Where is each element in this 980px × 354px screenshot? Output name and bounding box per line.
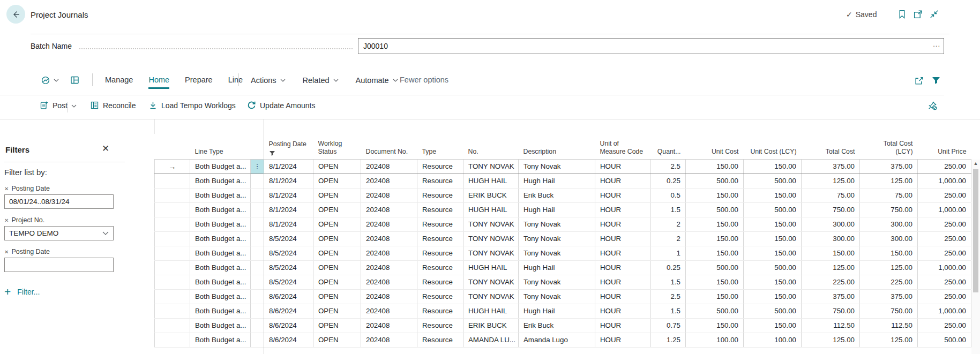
cell-document_no[interactable]: 202408 [361,318,417,333]
cell-total_cost[interactable]: 300.00 [802,217,860,231]
cell-total_cost_lcy[interactable]: 125.00 [860,260,918,275]
cell-no[interactable]: TONY NOVAK [463,246,519,260]
cell-type[interactable]: Resource [417,304,463,318]
reconcile-button[interactable]: Reconcile [90,101,136,110]
cell-unit_price[interactable]: 250.00 [918,275,971,289]
cell-type[interactable]: Resource [417,260,463,275]
cell-unit_price[interactable]: 1,000.00 [918,174,971,188]
cell-quantity[interactable]: 1.5 [651,202,686,217]
filter-input-posting-date[interactable] [4,194,114,209]
cell-uom[interactable]: HOUR [595,260,651,275]
cell-line_type[interactable]: Both Budget a... [190,159,251,174]
cell-document_no[interactable]: 202408 [361,217,417,231]
cell-uom[interactable]: HOUR [595,217,651,231]
row-menu-cell[interactable] [251,174,264,188]
cell-unit_cost_lcy[interactable]: 150.00 [744,231,802,246]
cell-line_type[interactable]: Both Budget a... [190,275,251,289]
cell-unit_cost_lcy[interactable]: 150.00 [744,246,802,260]
cell-total_cost_lcy[interactable]: 225.00 [860,275,918,289]
cell-no[interactable]: TONY NOVAK [463,231,519,246]
row-menu-cell[interactable] [251,188,264,202]
cell-unit_price[interactable]: 250.00 [918,289,971,304]
cell-worklog_status[interactable]: OPEN [313,246,361,260]
cell-document_no[interactable]: 202408 [361,188,417,202]
cell-unit_price[interactable]: 250.00 [918,318,971,333]
cell-worklog_status[interactable]: OPEN [313,275,361,289]
cell-description[interactable]: Hugh Hail [519,174,595,188]
tab-manage[interactable]: Manage [105,72,133,89]
cell-total_cost_lcy[interactable]: 150.00 [860,246,918,260]
cell-line_type[interactable]: Both Budget a... [190,289,251,304]
cell-worklog_status[interactable]: OPEN [313,202,361,217]
cell-description[interactable]: Amanda Lugo [519,333,595,347]
cell-description[interactable]: Tony Novak [519,289,595,304]
cell-total_cost[interactable]: 125.00 [802,260,860,275]
cell-document_no[interactable]: 202408 [361,246,417,260]
cell-uom[interactable]: HOUR [595,275,651,289]
cell-unit_price[interactable]: 1,000.00 [918,202,971,217]
cell-no[interactable]: AMANDA LU... [463,333,519,347]
cell-unit_cost_lcy[interactable]: 150.00 [744,159,802,174]
cell-quantity[interactable]: 0.25 [651,174,686,188]
cell-posting_date[interactable]: 8/1/2024 [264,159,313,174]
cell-type[interactable]: Resource [417,217,463,231]
cell-type[interactable]: Resource [417,174,463,188]
cell-worklog_status[interactable]: OPEN [313,217,361,231]
cell-unit_cost_lcy[interactable]: 150.00 [744,318,802,333]
row-selector-cell[interactable] [155,188,190,202]
collapse-icon[interactable] [929,9,939,19]
row-menu-icon[interactable]: ⋮ [251,159,264,174]
cell-no[interactable]: TONY NOVAK [463,289,519,304]
cell-total_cost[interactable]: 750.00 [802,304,860,318]
cell-description[interactable]: Hugh Hail [519,304,595,318]
cell-unit_cost[interactable]: 500.00 [686,304,744,318]
cell-description[interactable]: Hugh Hail [519,202,595,217]
cell-posting_date[interactable]: 8/1/2024 [264,202,313,217]
cell-description[interactable]: Tony Novak [519,159,595,174]
cell-line_type[interactable]: Both Budget a... [190,246,251,260]
unpin-icon[interactable] [927,101,937,110]
row-menu-cell[interactable] [251,231,264,246]
cell-unit_cost[interactable]: 150.00 [686,159,744,174]
cell-no[interactable]: TONY NOVAK [463,275,519,289]
batch-lookup-button[interactable]: ... [933,40,940,48]
cell-total_cost_lcy[interactable]: 125.00 [860,174,918,188]
cell-unit_price[interactable]: 500.00 [918,333,971,347]
cell-document_no[interactable]: 202408 [361,202,417,217]
cell-description[interactable]: Hugh Hail [519,260,595,275]
cell-posting_date[interactable]: 8/5/2024 [264,260,313,275]
cell-no[interactable]: ERIK BUCK [463,318,519,333]
cell-line_type[interactable]: Both Budget a... [190,333,251,347]
cell-uom[interactable]: HOUR [595,174,651,188]
cell-quantity[interactable]: 0.25 [651,260,686,275]
cell-line_type[interactable]: Both Budget a... [190,260,251,275]
cell-description[interactable]: Erik Buck [519,318,595,333]
tab-prepare[interactable]: Prepare [185,72,213,89]
cell-quantity[interactable]: 0.75 [651,318,686,333]
cell-unit_cost[interactable]: 150.00 [686,246,744,260]
cell-worklog_status[interactable]: OPEN [313,289,361,304]
cell-worklog_status[interactable]: OPEN [313,304,361,318]
cell-worklog_status[interactable]: OPEN [313,260,361,275]
cell-type[interactable]: Resource [417,231,463,246]
cell-unit_price[interactable]: 250.00 [918,246,971,260]
cell-quantity[interactable]: 2 [651,231,686,246]
cell-total_cost_lcy[interactable]: 300.00 [860,231,918,246]
row-menu-cell[interactable] [251,260,264,275]
filter-input-posting-date-2[interactable] [4,258,114,272]
scrollbar-thumb[interactable] [973,169,978,292]
column-header-unit_cost[interactable]: Unit Cost [686,134,744,159]
cell-unit_price[interactable]: 250.00 [918,231,971,246]
close-icon[interactable]: ✕ [102,143,109,154]
column-header-no[interactable]: No. [463,134,519,159]
cell-total_cost[interactable]: 75.00 [802,188,860,202]
filter-icon[interactable] [931,76,941,85]
post-dropdown-button[interactable] [71,104,77,108]
row-menu-cell[interactable] [251,275,264,289]
cell-quantity[interactable]: 1.25 [651,333,686,347]
tab-line[interactable]: Line [228,72,243,89]
column-header-selector[interactable] [155,134,190,159]
cell-unit_cost_lcy[interactable]: 100.00 [744,333,802,347]
cell-uom[interactable]: HOUR [595,231,651,246]
cell-no[interactable]: HUGH HAIL [463,202,519,217]
